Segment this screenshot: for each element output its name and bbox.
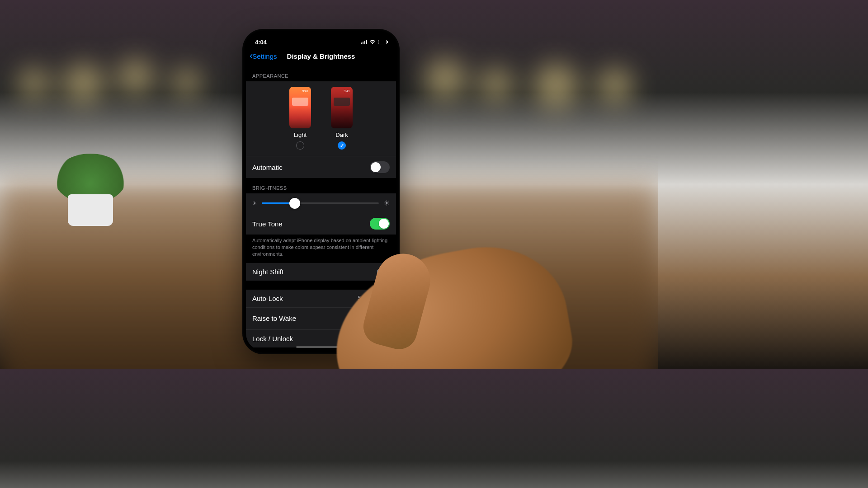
dark-label: Dark <box>335 131 348 138</box>
sun-small-icon: ☀︎ <box>252 200 257 206</box>
raise-to-wake-label: Raise to Wake <box>252 314 296 322</box>
back-button[interactable]: ‹ Settings <box>250 51 277 61</box>
battery-icon <box>378 40 387 44</box>
notch <box>285 33 357 44</box>
appearance-light-option[interactable]: Light <box>289 87 311 150</box>
automatic-label: Automatic <box>252 164 283 171</box>
back-label: Settings <box>252 52 277 60</box>
light-radio[interactable] <box>296 141 304 150</box>
wifi-icon <box>369 39 376 46</box>
sun-large-icon: ☀︎ <box>383 199 390 207</box>
dark-preview-icon <box>331 87 353 128</box>
true-tone-switch[interactable] <box>370 218 390 230</box>
appearance-header: APPEARANCE <box>246 66 396 81</box>
auto-lock-label: Auto-Lock <box>252 295 283 302</box>
appearance-dark-option[interactable]: Dark <box>331 87 353 150</box>
night-shift-row[interactable]: Night Shift Off› <box>246 263 396 281</box>
cellular-icon <box>361 40 368 44</box>
brightness-header: BRIGHTNESS <box>246 178 396 193</box>
nav-bar: ‹ Settings Display & Brightness <box>246 48 396 66</box>
automatic-switch[interactable] <box>370 161 390 173</box>
true-tone-description: Automatically adapt iPhone display based… <box>246 235 396 263</box>
brightness-slider[interactable] <box>262 202 379 204</box>
page-title: Display & Brightness <box>287 52 355 60</box>
light-label: Light <box>294 131 307 138</box>
night-shift-label: Night Shift <box>252 268 283 276</box>
true-tone-label: True Tone <box>252 220 283 228</box>
lock-unlock-label: Lock / Unlock <box>252 335 293 343</box>
status-time: 4:04 <box>255 39 267 46</box>
dark-radio[interactable] <box>338 141 346 150</box>
light-preview-icon <box>289 87 311 128</box>
